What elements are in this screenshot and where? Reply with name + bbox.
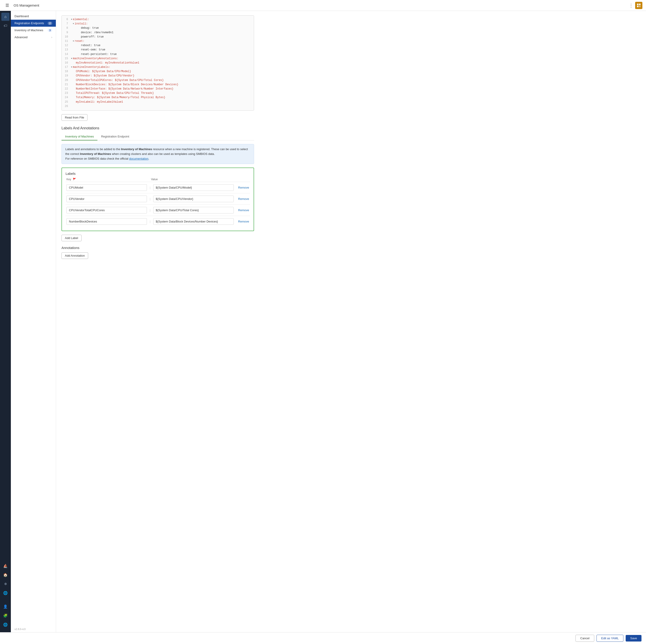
app-icon (637, 3, 641, 7)
code-line-14: 14 reset-persistent: true (62, 52, 254, 57)
code-line-16: 16 myInvAnnotation1: myInvAnnotationValu… (62, 61, 254, 65)
documentation-link[interactable]: documentation (129, 157, 148, 160)
rail-ext-icon[interactable]: 🌐 (1, 621, 9, 629)
label-row-2: | Remove (66, 204, 250, 216)
sidebar: Dashboard Registration Endpoints 2 Inven… (11, 11, 56, 632)
add-annotation-button[interactable]: Add Annotation (62, 252, 88, 259)
rail-boat-icon[interactable]: ⛵ (1, 562, 9, 570)
edit-as-yaml-button[interactable]: Edit as YAML (597, 635, 624, 642)
remove-label-2[interactable]: Remove (235, 208, 249, 212)
sidebar-item-inventory-of-machines[interactable]: Inventory of Machines 3 (11, 27, 56, 34)
label-value-input-0[interactable] (153, 184, 234, 191)
remove-label-1[interactable]: Remove (235, 197, 249, 201)
sidebar-item-dashboard[interactable]: Dashboard (11, 13, 56, 20)
cancel-button[interactable]: Cancel (575, 635, 594, 642)
code-line-20: 20 CPUVendorTotalCPUCores: ${System Data… (62, 78, 254, 83)
svg-rect-3 (639, 6, 641, 7)
labels-box-title: Labels (66, 172, 250, 176)
tab-inventory-of-machines[interactable]: Inventory of Machines (62, 133, 97, 141)
tab-registration-endpoint[interactable]: Registration Endpoint (97, 133, 133, 141)
rail-home-icon[interactable]: ⌂ (1, 13, 9, 21)
save-button[interactable]: Save (626, 635, 641, 642)
sidebar-nav: Dashboard Registration Endpoints 2 Inven… (11, 11, 56, 626)
code-line-10: 10 poweroff: true (62, 35, 254, 39)
code-line-7: 7 ▾install: (62, 22, 254, 26)
rail-globe-icon[interactable]: 🌐 (1, 589, 9, 597)
code-line-9: 9 device: /dev/nvme0n1 (62, 30, 254, 35)
code-line-25: 25 myInvLabel1: myInvLabelValue1 (62, 100, 254, 104)
labels-annotations-title: Labels And Annotations (62, 126, 254, 130)
code-line-8: 8 debug: true (62, 26, 254, 30)
labels-box: Labels Key 🚩 Value | Remove (62, 168, 254, 231)
code-line-19: 19 CPUVendor: ${System Data/CPU/Vendor} (62, 74, 254, 78)
registration-endpoints-badge: 2 (48, 22, 52, 25)
code-line-6: 6 ▾elemental: (62, 17, 254, 22)
label-value-input-1[interactable] (153, 196, 234, 202)
app-title: OS Management (14, 3, 629, 7)
code-line-21: 21 NumberBlockDevices: ${System Data/Blo… (62, 83, 254, 87)
read-from-file-button[interactable]: Read from File (62, 114, 88, 121)
topbar-actions: ⋮ (629, 2, 642, 9)
labels-tabs: Inventory of Machines Registration Endpo… (62, 133, 254, 141)
value-header: Value (151, 178, 234, 181)
label-key-input-0[interactable] (67, 184, 147, 191)
label-row-3: | Remove (66, 216, 250, 227)
info-box: Labels and annotations to be added to th… (62, 144, 254, 164)
code-line-15: 15 ▾machineInventoryAnnotations: (62, 57, 254, 61)
topbar: ☰ OS Management ⋮ (0, 0, 646, 11)
main-content: 6 ▾elemental: 7 ▾install: 8 debug: true … (56, 11, 646, 632)
code-line-17: 17 ▾machineInventoryLabels: (62, 65, 254, 70)
svg-rect-2 (637, 6, 639, 7)
label-value-input-3[interactable] (153, 218, 234, 225)
remove-label-3[interactable]: Remove (235, 220, 249, 223)
code-line-24: 24 TotalMemory: ${System Data/Memory/Tot… (62, 95, 254, 100)
label-row-1: | Remove (66, 193, 250, 204)
svg-rect-0 (637, 4, 639, 5)
app-layout: ⌂ 🏷 ⛵ 🏠 ❄ 🌐 👤 🧩 🌐 Dashboard Registration… (0, 11, 646, 632)
rail-cluster-icon[interactable]: ❄ (1, 580, 9, 588)
icon-rail: ⌂ 🏷 ⛵ 🏠 ❄ 🌐 👤 🧩 🌐 (0, 11, 11, 632)
rail-user-icon[interactable]: 👤 (1, 603, 9, 611)
remove-label-0[interactable]: Remove (235, 186, 249, 189)
svg-rect-1 (639, 4, 641, 5)
label-key-input-2[interactable] (67, 207, 147, 213)
app-version: v2.8.0-rc3 (11, 626, 56, 632)
labels-header: Key 🚩 Value (66, 178, 250, 181)
app-icon-box (635, 2, 642, 9)
inventory-badge: 3 (48, 29, 52, 32)
key-header: Key 🚩 (67, 178, 149, 181)
advanced-chevron-icon: › (51, 36, 52, 39)
code-line-11: 11 ▾reset: (62, 39, 254, 43)
code-line-18: 18 CPUModel: ${System Data/CPU/Model} (62, 70, 254, 74)
code-line-13: 13 reset-oem: true (62, 48, 254, 52)
label-row-0: | Remove (66, 182, 250, 193)
yaml-code-editor[interactable]: 6 ▾elemental: 7 ▾install: 8 debug: true … (62, 15, 254, 111)
code-line-26: 26 (62, 104, 254, 108)
main-inner: 6 ▾elemental: 7 ▾install: 8 debug: true … (56, 11, 259, 277)
add-label-button[interactable]: Add Label (62, 235, 82, 241)
key-flag-icon: 🚩 (73, 178, 76, 181)
code-line-23: 23 TotalCPUThread: ${System Data/CPU/Tot… (62, 91, 254, 95)
sidebar-item-advanced[interactable]: Advanced › (11, 34, 56, 41)
sidebar-item-registration-endpoints[interactable]: Registration Endpoints 2 (11, 20, 56, 27)
menu-icon[interactable]: ☰ (4, 2, 11, 9)
more-options-icon[interactable]: ⋮ (629, 3, 633, 8)
annotations-title: Annotations (62, 246, 254, 250)
footer: Cancel Edit as YAML Save (0, 632, 646, 644)
rail-tag-icon[interactable]: 🏷 (1, 22, 9, 30)
rail-building-icon[interactable]: 🏠 (1, 571, 9, 579)
label-key-input-3[interactable] (67, 218, 147, 225)
label-key-input-1[interactable] (67, 196, 147, 202)
code-line-22: 22 NumberNetInterface: ${System Data/Net… (62, 87, 254, 91)
label-value-input-2[interactable] (153, 207, 234, 213)
code-line-12: 12 reboot: true (62, 43, 254, 48)
rail-plugin-icon[interactable]: 🧩 (1, 612, 9, 620)
